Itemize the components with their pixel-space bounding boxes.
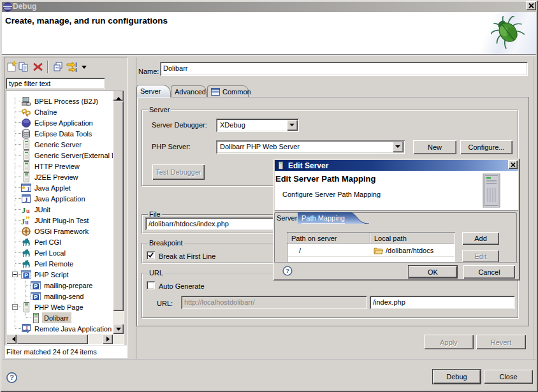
svg-text:?: ?: [10, 374, 14, 381]
svg-text:?: ?: [286, 267, 289, 274]
